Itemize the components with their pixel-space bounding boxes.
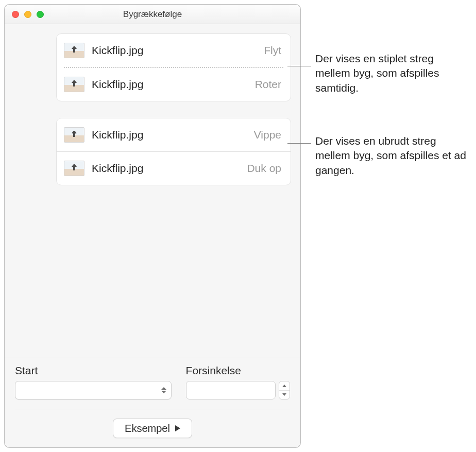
build-row[interactable]: 2 Kickflip.jpg Roter: [57, 68, 291, 101]
build-order-window: Bygrækkefølge 1 Kickflip.jpg Flyt 2 Kick…: [4, 4, 301, 448]
titlebar: Bygrækkefølge: [5, 5, 300, 24]
preview-button[interactable]: Eksempel: [113, 419, 192, 438]
stepper-down-icon[interactable]: [279, 391, 290, 399]
delay-control: Forsinkelse: [186, 364, 290, 399]
build-group: 1 Kickflip.jpg Flyt 2 Kickflip.jpg Roter: [56, 33, 291, 101]
start-control: Start: [15, 364, 172, 399]
preview-row: Eksempel: [15, 419, 290, 438]
build-row[interactable]: 4 Kickflip.jpg Duk op: [57, 152, 291, 185]
start-select[interactable]: [15, 381, 172, 399]
filename-label: Kickflip.jpg: [92, 44, 264, 57]
build-row[interactable]: 1 Kickflip.jpg Flyt: [57, 34, 291, 67]
effect-label: Duk op: [247, 162, 281, 175]
filename-label: Kickflip.jpg: [92, 129, 254, 141]
window-title: Bygrækkefølge: [5, 9, 300, 20]
build-group: 3 Kickflip.jpg Vippe 4 Kickflip.jpg Duk …: [56, 118, 291, 185]
thumbnail-icon: [64, 161, 84, 176]
maximize-button[interactable]: [37, 11, 44, 18]
callout-line: [287, 66, 311, 66]
thumbnail-icon: [64, 77, 84, 92]
chevron-updown-icon: [161, 387, 167, 393]
play-icon: [175, 425, 180, 431]
callout-dashed: Der vises en stiplet streg mellem byg, s…: [315, 51, 470, 95]
thumbnail-icon: [64, 43, 84, 58]
delay-stepper[interactable]: [279, 381, 290, 399]
build-row[interactable]: 3 Kickflip.jpg Vippe: [57, 118, 291, 151]
start-label: Start: [15, 364, 172, 377]
effect-label: Roter: [255, 78, 281, 91]
callout-solid: Der vises en ubrudt streg mellem byg, so…: [315, 134, 470, 178]
delay-label: Forsinkelse: [186, 364, 290, 377]
traffic-lights: [5, 11, 44, 18]
controls-row: Start Forsinkelse: [15, 364, 290, 399]
thumbnail-icon: [64, 127, 84, 143]
preview-label: Eksempel: [125, 423, 170, 434]
effect-label: Flyt: [264, 44, 281, 57]
build-list: 1 Kickflip.jpg Flyt 2 Kickflip.jpg Roter…: [5, 24, 300, 335]
close-button[interactable]: [12, 11, 19, 18]
divider: [15, 409, 290, 409]
effect-label: Vippe: [254, 129, 281, 141]
stepper-up-icon[interactable]: [279, 381, 290, 391]
filename-label: Kickflip.jpg: [92, 78, 255, 91]
callout-line: [287, 143, 311, 144]
filename-label: Kickflip.jpg: [92, 162, 247, 175]
delay-input[interactable]: [186, 381, 276, 399]
minimize-button[interactable]: [24, 11, 31, 18]
bottom-panel: Start Forsinkelse: [5, 357, 300, 447]
